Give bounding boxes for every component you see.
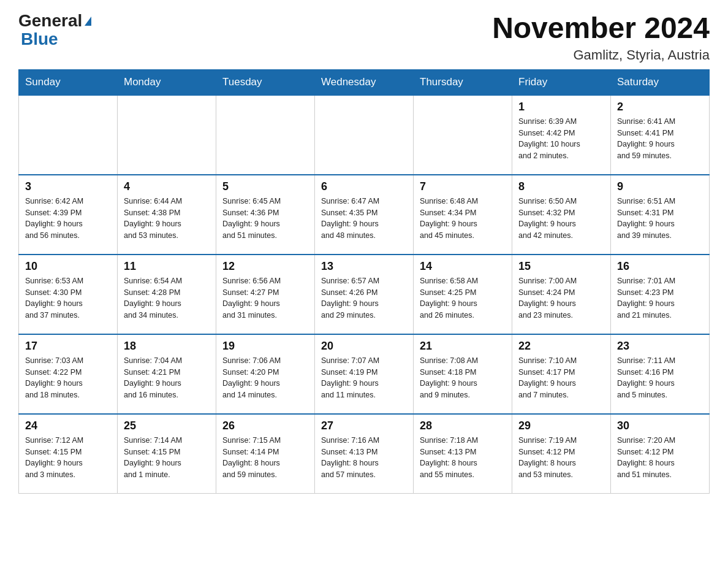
day-info: Sunrise: 7:00 AMSunset: 4:24 PMDaylight:… (518, 275, 604, 321)
calendar-header-row: SundayMondayTuesdayWednesdayThursdayFrid… (19, 69, 710, 95)
day-number: 11 (124, 260, 210, 273)
day-info: Sunrise: 6:48 AMSunset: 4:34 PMDaylight:… (420, 196, 506, 242)
day-info: Sunrise: 6:41 AMSunset: 4:41 PMDaylight:… (617, 116, 703, 162)
calendar-cell: 27Sunrise: 7:16 AMSunset: 4:13 PMDayligh… (315, 414, 414, 494)
month-title: November 2024 (492, 12, 710, 45)
weekday-header-monday: Monday (118, 69, 216, 95)
day-number: 23 (617, 340, 703, 353)
day-info: Sunrise: 7:01 AMSunset: 4:23 PMDaylight:… (617, 275, 703, 321)
weekday-header-wednesday: Wednesday (315, 69, 414, 95)
day-info: Sunrise: 6:57 AMSunset: 4:26 PMDaylight:… (321, 275, 407, 321)
calendar-cell: 25Sunrise: 7:14 AMSunset: 4:15 PMDayligh… (118, 414, 216, 494)
calendar-week-row: 24Sunrise: 7:12 AMSunset: 4:15 PMDayligh… (19, 414, 710, 494)
calendar-cell (315, 95, 414, 175)
day-number: 22 (518, 340, 604, 353)
day-info: Sunrise: 6:56 AMSunset: 4:27 PMDaylight:… (222, 275, 308, 321)
day-info: Sunrise: 6:42 AMSunset: 4:39 PMDaylight:… (25, 196, 111, 242)
day-number: 30 (617, 419, 703, 432)
day-info: Sunrise: 6:39 AMSunset: 4:42 PMDaylight:… (518, 116, 604, 162)
location-title: Gamlitz, Styria, Austria (492, 47, 710, 63)
day-info: Sunrise: 7:18 AMSunset: 4:13 PMDaylight:… (420, 435, 506, 481)
calendar-cell: 29Sunrise: 7:19 AMSunset: 4:12 PMDayligh… (512, 414, 611, 494)
logo-triangle-icon (85, 17, 91, 26)
calendar-cell: 28Sunrise: 7:18 AMSunset: 4:13 PMDayligh… (414, 414, 512, 494)
calendar-cell: 9Sunrise: 6:51 AMSunset: 4:31 PMDaylight… (611, 175, 710, 255)
day-number: 4 (124, 180, 210, 193)
calendar-cell: 14Sunrise: 6:58 AMSunset: 4:25 PMDayligh… (414, 255, 512, 334)
day-number: 13 (321, 260, 407, 273)
day-info: Sunrise: 6:44 AMSunset: 4:38 PMDaylight:… (124, 196, 210, 242)
calendar-cell: 1Sunrise: 6:39 AMSunset: 4:42 PMDaylight… (512, 95, 611, 175)
calendar-cell: 21Sunrise: 7:08 AMSunset: 4:18 PMDayligh… (414, 334, 512, 414)
logo: General Blue (18, 12, 91, 49)
day-info: Sunrise: 7:03 AMSunset: 4:22 PMDaylight:… (25, 355, 111, 401)
day-number: 9 (617, 180, 703, 193)
day-number: 24 (25, 419, 111, 432)
day-info: Sunrise: 7:11 AMSunset: 4:16 PMDaylight:… (617, 355, 703, 401)
day-info: Sunrise: 7:15 AMSunset: 4:14 PMDaylight:… (222, 435, 308, 481)
calendar-week-row: 10Sunrise: 6:53 AMSunset: 4:30 PMDayligh… (19, 255, 710, 334)
day-info: Sunrise: 6:45 AMSunset: 4:36 PMDaylight:… (222, 196, 308, 242)
day-info: Sunrise: 7:07 AMSunset: 4:19 PMDaylight:… (321, 355, 407, 401)
calendar-cell: 16Sunrise: 7:01 AMSunset: 4:23 PMDayligh… (611, 255, 710, 334)
calendar-week-row: 17Sunrise: 7:03 AMSunset: 4:22 PMDayligh… (19, 334, 710, 414)
calendar-cell (19, 95, 118, 175)
calendar-cell: 10Sunrise: 6:53 AMSunset: 4:30 PMDayligh… (19, 255, 118, 334)
calendar-cell: 4Sunrise: 6:44 AMSunset: 4:38 PMDaylight… (118, 175, 216, 255)
day-number: 17 (25, 340, 111, 353)
day-number: 12 (222, 260, 308, 273)
calendar-cell: 17Sunrise: 7:03 AMSunset: 4:22 PMDayligh… (19, 334, 118, 414)
calendar-cell: 22Sunrise: 7:10 AMSunset: 4:17 PMDayligh… (512, 334, 611, 414)
day-number: 19 (222, 340, 308, 353)
weekday-header-tuesday: Tuesday (216, 69, 315, 95)
day-number: 16 (617, 260, 703, 273)
calendar-cell (414, 95, 512, 175)
day-number: 26 (222, 419, 308, 432)
day-info: Sunrise: 6:53 AMSunset: 4:30 PMDaylight:… (25, 275, 111, 321)
day-info: Sunrise: 6:47 AMSunset: 4:35 PMDaylight:… (321, 196, 407, 242)
day-number: 1 (518, 101, 604, 113)
day-number: 14 (420, 260, 506, 273)
calendar-week-row: 1Sunrise: 6:39 AMSunset: 4:42 PMDaylight… (19, 95, 710, 175)
day-number: 18 (124, 340, 210, 353)
day-info: Sunrise: 6:54 AMSunset: 4:28 PMDaylight:… (124, 275, 210, 321)
day-number: 3 (25, 180, 111, 193)
calendar-cell: 2Sunrise: 6:41 AMSunset: 4:41 PMDaylight… (611, 95, 710, 175)
logo-general-text: General (18, 12, 82, 29)
day-info: Sunrise: 7:12 AMSunset: 4:15 PMDaylight:… (25, 435, 111, 481)
day-number: 2 (617, 101, 703, 113)
day-info: Sunrise: 7:10 AMSunset: 4:17 PMDaylight:… (518, 355, 604, 401)
calendar-cell: 12Sunrise: 6:56 AMSunset: 4:27 PMDayligh… (216, 255, 315, 334)
day-info: Sunrise: 7:04 AMSunset: 4:21 PMDaylight:… (124, 355, 210, 401)
day-info: Sunrise: 7:16 AMSunset: 4:13 PMDaylight:… (321, 435, 407, 481)
day-info: Sunrise: 6:58 AMSunset: 4:25 PMDaylight:… (420, 275, 506, 321)
calendar-cell: 26Sunrise: 7:15 AMSunset: 4:14 PMDayligh… (216, 414, 315, 494)
day-number: 27 (321, 419, 407, 432)
calendar-cell: 20Sunrise: 7:07 AMSunset: 4:19 PMDayligh… (315, 334, 414, 414)
calendar-cell: 19Sunrise: 7:06 AMSunset: 4:20 PMDayligh… (216, 334, 315, 414)
calendar-cell: 5Sunrise: 6:45 AMSunset: 4:36 PMDaylight… (216, 175, 315, 255)
day-number: 28 (420, 419, 506, 432)
day-number: 20 (321, 340, 407, 353)
calendar-table: SundayMondayTuesdayWednesdayThursdayFrid… (18, 69, 710, 494)
day-info: Sunrise: 7:06 AMSunset: 4:20 PMDaylight:… (222, 355, 308, 401)
logo-blue-text: Blue (21, 29, 58, 48)
calendar-cell: 7Sunrise: 6:48 AMSunset: 4:34 PMDaylight… (414, 175, 512, 255)
calendar-cell: 24Sunrise: 7:12 AMSunset: 4:15 PMDayligh… (19, 414, 118, 494)
day-info: Sunrise: 6:50 AMSunset: 4:32 PMDaylight:… (518, 196, 604, 242)
day-number: 15 (518, 260, 604, 273)
calendar-cell (216, 95, 315, 175)
calendar-cell: 30Sunrise: 7:20 AMSunset: 4:12 PMDayligh… (611, 414, 710, 494)
calendar-cell: 18Sunrise: 7:04 AMSunset: 4:21 PMDayligh… (118, 334, 216, 414)
day-number: 25 (124, 419, 210, 432)
calendar-cell: 8Sunrise: 6:50 AMSunset: 4:32 PMDaylight… (512, 175, 611, 255)
day-number: 5 (222, 180, 308, 193)
day-number: 10 (25, 260, 111, 273)
title-block: November 2024 Gamlitz, Styria, Austria (492, 12, 710, 63)
calendar-cell: 6Sunrise: 6:47 AMSunset: 4:35 PMDaylight… (315, 175, 414, 255)
day-info: Sunrise: 7:08 AMSunset: 4:18 PMDaylight:… (420, 355, 506, 401)
day-number: 7 (420, 180, 506, 193)
day-info: Sunrise: 7:20 AMSunset: 4:12 PMDaylight:… (617, 435, 703, 481)
day-number: 21 (420, 340, 506, 353)
day-info: Sunrise: 6:51 AMSunset: 4:31 PMDaylight:… (617, 196, 703, 242)
